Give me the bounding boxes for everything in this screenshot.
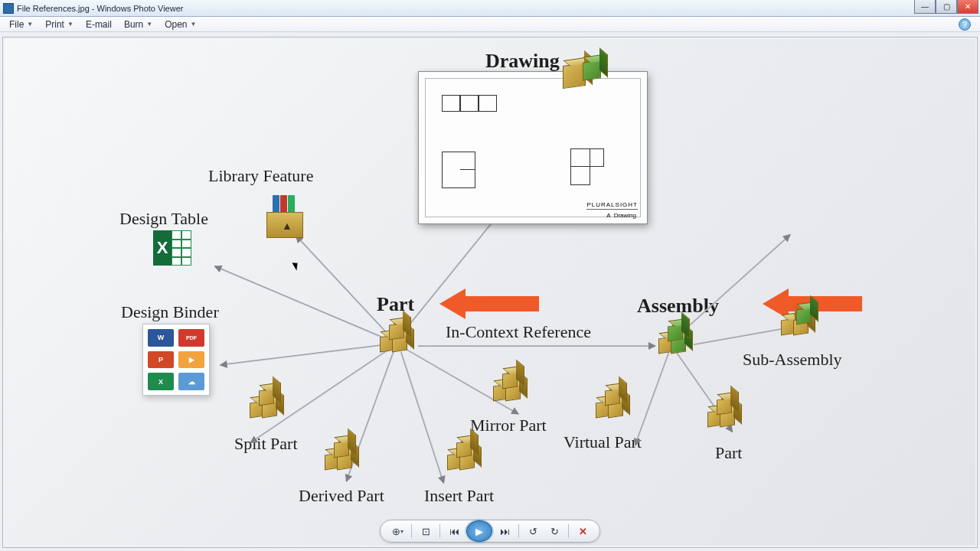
window-title: File References.jpg - Windows Photo View…	[17, 4, 183, 13]
next-button[interactable]: ⏭	[495, 523, 514, 540]
menu-file-label: File	[9, 19, 24, 30]
label-part2: Part	[715, 443, 742, 463]
menu-open[interactable]: Open▼	[165, 19, 196, 30]
dropdown-icon: ▼	[67, 21, 74, 28]
rotate-cw-button[interactable]: ↻	[545, 523, 564, 540]
label-assembly: Assembly	[637, 295, 719, 318]
close-button[interactable]: ✕	[957, 0, 978, 14]
separator	[439, 524, 440, 538]
prev-button[interactable]: ⏮	[445, 523, 463, 540]
menu-email-label: E-mail	[86, 19, 112, 30]
app-icon	[3, 3, 14, 14]
dropdown-icon: ▾	[400, 528, 403, 535]
viewer-toolbar: ⊕▾ ⊡ ⏮ ▶ ⏭ ↺ ↻ ✕	[380, 520, 600, 543]
label-sub-assembly: Sub-Assembly	[743, 350, 842, 370]
block-virtual	[596, 386, 631, 417]
arrow-to-insert	[400, 352, 445, 484]
block-part	[380, 321, 415, 351]
label-virtual-part: Virtual Part	[564, 432, 642, 452]
label-library-feature: Library Feature	[208, 166, 313, 186]
xls-icon: X	[148, 373, 174, 390]
rotate-cw-icon: ↻	[550, 526, 559, 537]
block-assembly	[658, 322, 694, 353]
dropdown-icon: ▼	[27, 21, 33, 28]
design-binder-panel: W PDF P ▶ X ☁	[142, 324, 210, 396]
arrow-to-binder	[220, 344, 390, 366]
delete-icon: ✕	[579, 526, 587, 537]
menu-burn-label: Burn	[124, 19, 143, 30]
block-split	[250, 386, 285, 417]
menu-burn[interactable]: Burn▼	[124, 19, 152, 30]
menu-email[interactable]: E-mail	[86, 19, 112, 30]
next-icon: ⏭	[500, 526, 510, 537]
window-controls: — ▢ ✕	[914, 0, 978, 14]
fit-icon: ⊡	[422, 526, 430, 537]
help-icon: ?	[962, 20, 967, 29]
separator	[518, 524, 519, 538]
block-insert	[447, 439, 482, 469]
mouse-cursor	[292, 260, 300, 270]
word-icon: W	[148, 329, 174, 347]
zoom-icon: ⊕	[392, 526, 400, 537]
label-design-table: Design Table	[119, 209, 208, 229]
ppt-icon: P	[148, 351, 174, 369]
minimize-button[interactable]: —	[914, 0, 936, 14]
arrow-to-design-table	[214, 266, 395, 344]
arrow-to-virtual	[635, 352, 670, 446]
play-icon: ▶	[475, 526, 483, 537]
arrow-to-subasm	[694, 326, 792, 345]
big-arrow-part	[439, 289, 539, 319]
prev-icon: ⏮	[449, 526, 459, 537]
pdf-icon: PDF	[178, 329, 204, 347]
help-button[interactable]: ?	[959, 18, 971, 31]
separator	[411, 524, 412, 538]
label-mirror-part: Mirror Part	[470, 416, 547, 435]
label-derived-part: Derived Part	[299, 486, 384, 506]
menu-file[interactable]: File▼	[9, 19, 33, 30]
dropdown-icon: ▼	[146, 21, 152, 28]
block-mirror	[493, 370, 528, 400]
menu-print[interactable]: Print▼	[45, 19, 74, 30]
excel-icon: X	[153, 230, 191, 266]
separator	[568, 524, 569, 538]
zoom-button[interactable]: ⊕▾	[388, 523, 407, 540]
viewer-area: Drawing Library Feature Design Table Des…	[2, 37, 978, 548]
menubar: File▼ Print▼ E-mail Burn▼ Open▼ ?	[0, 17, 980, 32]
dropdown-icon: ▼	[191, 21, 197, 28]
label-drawing: Drawing	[485, 50, 560, 73]
slideshow-button[interactable]: ▶	[466, 520, 492, 542]
block-part2	[707, 396, 743, 426]
block-derived	[325, 439, 360, 469]
drawing-caption: A Drawing	[606, 212, 636, 219]
label-part: Part	[377, 293, 414, 316]
maximize-button[interactable]: ▢	[936, 0, 957, 14]
image-canvas: Drawing Library Feature Design Table Des…	[5, 39, 975, 546]
menu-print-label: Print	[45, 19, 64, 30]
drawing-brand: PLURALSIGHT	[586, 201, 638, 210]
video-icon: ▶	[178, 351, 204, 369]
cloud-icon: ☁	[178, 373, 204, 390]
arrow-part-assembly	[418, 345, 655, 347]
delete-button[interactable]: ✕	[573, 523, 592, 540]
library-box-icon: ▲	[263, 195, 306, 238]
rotate-ccw-icon: ↺	[529, 526, 537, 537]
label-in-context: In-Context Reference	[446, 322, 591, 342]
titlebar: File References.jpg - Windows Photo View…	[0, 0, 980, 17]
label-design-binder: Design Binder	[121, 302, 219, 322]
block-sub-assembly	[781, 304, 816, 334]
label-split-part: Split Part	[234, 434, 298, 454]
menu-open-label: Open	[165, 19, 187, 30]
fit-button[interactable]: ⊡	[416, 523, 435, 540]
drawing-panel: PLURALSIGHT A Drawing	[418, 71, 648, 224]
rotate-ccw-button[interactable]: ↺	[524, 523, 542, 540]
label-insert-part: Insert Part	[424, 486, 494, 506]
